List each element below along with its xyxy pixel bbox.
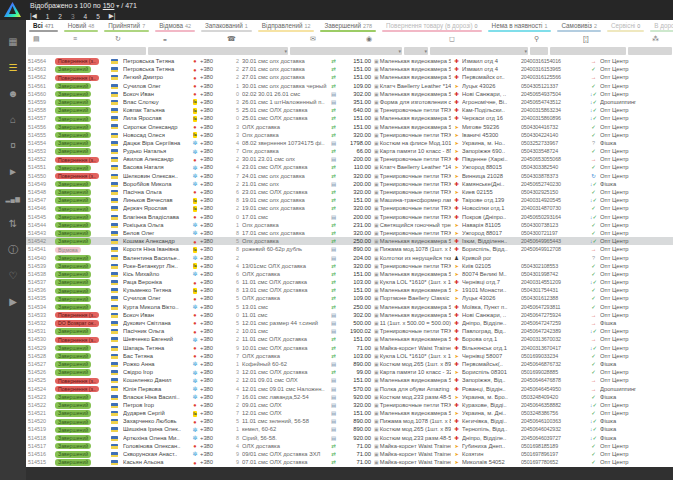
- column-icon-phone-column[interactable]: ☎: [227, 35, 236, 43]
- column-icon-client-column[interactable]: ●●: [163, 35, 166, 42]
- order-row[interactable]: 514539ЗавершенийРоке-Бетанкурт Лін..+380…: [26, 262, 673, 270]
- filter-input-3[interactable]: ▾: [404, 47, 428, 55]
- order-row[interactable]: 514556ЗавершенийСиротюк Олександр+3803ОЛ…: [26, 123, 673, 131]
- order-row[interactable]: 514535ЗавершенийСучилов Олег+3805ОЛХ дос…: [26, 294, 673, 302]
- column-icon-details-column[interactable]: ≡: [73, 35, 77, 42]
- page-button-5[interactable]: 5: [96, 13, 100, 20]
- tab-повернення-товару-в-дорозі-[interactable]: Повернення товару (в дорозі)0: [379, 20, 485, 33]
- sidebar-item-support[interactable]: ♡: [0, 266, 26, 286]
- filter-input-0[interactable]: [28, 47, 146, 55]
- order-row[interactable]: 514528ЗавершенийБас Тетяна+3807ОЛХ доста…: [26, 352, 673, 360]
- order-row[interactable]: 514524Повернення (з..Юлія Первова+380412…: [26, 385, 673, 393]
- order-row[interactable]: 514519ЗавершенийШишкіна Ірина Олек..+380…: [26, 425, 673, 433]
- order-row[interactable]: 514543ЗавершенийБелов Олег+380817.01 смс…: [26, 229, 673, 237]
- order-row[interactable]: 514563ЗавершенийПетровська Тетяна+380227…: [26, 65, 673, 73]
- order-row[interactable]: 514518ЗавершенийАртюхіна Олена Ми..+3808…: [26, 434, 673, 442]
- order-row[interactable]: 514523ЗавершенийВласюк Ніна Василі..+380…: [26, 393, 673, 401]
- order-row[interactable]: 514527ЗавершенийРожко Анна+3801Кофейный …: [26, 360, 673, 368]
- order-row[interactable]: 514525Повернення (з..Кошеленко Данил+380…: [26, 376, 673, 384]
- filter-input-7[interactable]: [628, 47, 672, 55]
- order-row[interactable]: 514516ЗавершенийСкворунская Анаст..+3809…: [26, 450, 673, 458]
- order-row[interactable]: 514526ЗавершенийСвідро Ігор+380312.01 см…: [26, 368, 673, 376]
- order-row[interactable]: 514541ВідмоваКоротя Ніна Іванівна+3808ро…: [26, 245, 673, 253]
- order-row[interactable]: 514557ЗавершенийЛила Ярослав+380025.01 с…: [26, 114, 673, 122]
- order-row[interactable]: 514553ЗавершенийРудько Наталья+3807Олх д…: [26, 147, 673, 155]
- last-page-button[interactable]: ▶|: [109, 12, 116, 20]
- column-icon-payment-column[interactable]: ◉: [366, 35, 372, 43]
- page-button-1[interactable]: 1: [46, 13, 50, 20]
- order-row[interactable]: 514555ЗавершенийНовосад Олеся+3803Олх до…: [26, 131, 673, 139]
- tab-самовивіз[interactable]: Самовивіз2: [554, 20, 603, 33]
- tab-всі[interactable]: Всі471: [26, 20, 61, 33]
- sidebar-item-orders[interactable]: ☰: [0, 58, 26, 78]
- filter-dropdown-caret-icon[interactable]: ▾: [284, 48, 287, 54]
- filter-input-5[interactable]: [530, 47, 548, 55]
- sidebar-item-settings[interactable]: ⇅: [0, 214, 26, 234]
- order-row[interactable]: 514529ЗавершенийШапарь Тетяна+380910.01 …: [26, 344, 673, 352]
- order-row[interactable]: 514546ЗавершенийДеркач Ярослав+380219.01…: [26, 204, 673, 212]
- order-row[interactable]: 514521ЗавершенийДударев Сергій+380712.01…: [26, 409, 673, 417]
- filter-input-4[interactable]: ▾: [430, 47, 528, 55]
- order-row[interactable]: 514551ЗавершенийБасова Наталя+380423.01 …: [26, 163, 673, 171]
- tab-відмова[interactable]: Відмова42: [152, 20, 198, 33]
- order-row[interactable]: 514552Повернення (з..Авилов Александр+38…: [26, 155, 673, 163]
- page-button-2[interactable]: 2: [58, 13, 62, 20]
- order-row[interactable]: 514537ЗавершенийРаца Вероніка+380611.01 …: [26, 278, 673, 286]
- tab-нема-в-наявності[interactable]: Нема в наявності1: [485, 20, 555, 33]
- column-icon-comment-column[interactable]: ✉: [310, 35, 316, 43]
- order-row[interactable]: 514542ЗавершенийКошмак Александр+3805Олх…: [26, 237, 673, 245]
- order-row[interactable]: 514561ЗавершенийСучилов Олег+380130.01 с…: [26, 82, 673, 90]
- per-page-value[interactable]: 150: [103, 2, 115, 9]
- column-icon-status-column[interactable]: ▤: [33, 35, 40, 43]
- filter-input-6[interactable]: [550, 47, 626, 55]
- sidebar-item-marketing[interactable]: ►: [0, 162, 26, 182]
- sidebar-item-company[interactable]: ⌂: [0, 110, 26, 130]
- order-row[interactable]: 514517ЗавершенийГоловінова Олексан..+380…: [26, 442, 673, 450]
- order-row[interactable]: 514532DO Возврат ок..Дукович Світлана+38…: [26, 319, 673, 327]
- sidebar-item-statistics[interactable]: ▂▄▆: [0, 188, 26, 208]
- column-icon-sync-column[interactable]: ↻: [115, 35, 121, 43]
- order-row[interactable]: 514545ЗавершенийБлагінна Владіслава+3800…: [26, 213, 673, 221]
- order-row[interactable]: 514540ЗавершенийВалентина Василье..+3802…: [26, 254, 673, 262]
- order-row[interactable]: 514558ЗавершенийКовпак Татьяна+380525.01…: [26, 106, 673, 114]
- order-row[interactable]: 514554ЗавершенийДацюк Віра Сергіївна+380…: [26, 139, 673, 147]
- tab-новий[interactable]: Новий48: [61, 20, 101, 33]
- order-row[interactable]: 514534ЗавершенийКурта Микола Вікто..+380…: [26, 303, 673, 311]
- per-page-caret-icon[interactable]: ▾: [116, 3, 119, 9]
- filter-dropdown-caret-icon[interactable]: ▾: [398, 48, 401, 54]
- first-page-button[interactable]: |◀: [30, 12, 37, 20]
- filter-dropdown-caret-icon[interactable]: ▾: [524, 48, 527, 54]
- sidebar-item-dashboard[interactable]: ▦: [0, 32, 26, 52]
- column-icon-delivery-column[interactable]: ⚲: [534, 35, 539, 43]
- sidebar-item-video[interactable]: ▶: [0, 292, 26, 312]
- column-icon-ttn-column[interactable]: [¦]: [583, 35, 589, 42]
- column-icon-product-column[interactable]: ◻: [449, 35, 455, 43]
- tab-запакований[interactable]: Запакований1: [198, 20, 255, 33]
- order-row[interactable]: 514560ЗавершенийБокоч Иван+380002.02 30.…: [26, 90, 673, 98]
- order-row[interactable]: 514564Повернення (з..Петровська Тетяна+3…: [26, 57, 673, 65]
- column-icon-site-column[interactable]: ⁂: [652, 35, 659, 43]
- order-row[interactable]: 514550Повернення (з..Шелковин Олексан..+…: [26, 172, 673, 180]
- order-row[interactable]: 514536ЗавершенийКузьменко Тетяна+380813.…: [26, 286, 673, 294]
- order-row[interactable]: 514522ЗавершенийПетров Ігор+380209.01 см…: [26, 401, 673, 409]
- order-row[interactable]: 514549ЗавершенийВоробйов Микола+380221.0…: [26, 180, 673, 188]
- order-row[interactable]: 514515ЗавершенийКасьян Альона+380907.01 …: [26, 458, 673, 466]
- page-button-4[interactable]: 4: [84, 13, 88, 20]
- order-row[interactable]: 514562Повернення (з..Легкий Дмитро+38022…: [26, 73, 673, 81]
- order-row[interactable]: 514559ЗавершенийВлас Слотюу+380326.01 см…: [26, 98, 673, 106]
- sidebar-item-finance[interactable]: ¤: [0, 136, 26, 156]
- order-row[interactable]: 514538ЗавершенийКісь Михайло+3806ОЛХ дос…: [26, 270, 673, 278]
- sidebar-item-info[interactable]: ⓘ: [0, 240, 26, 260]
- order-row[interactable]: 514533Повернення (з..Бокоч Иван+380011.0…: [26, 311, 673, 319]
- tab-прийнятий[interactable]: Прийнятий7: [101, 20, 152, 33]
- filter-dropdown-caret-icon[interactable]: ▾: [424, 48, 427, 54]
- order-row[interactable]: 514544ЗавершенийРокіцька Ольга+3801Олх д…: [26, 221, 673, 229]
- order-row[interactable]: 514548ЗавершенийПасічна Ольга+380623.01 …: [26, 188, 673, 196]
- tab-відправлений[interactable]: Відправлений12: [255, 20, 318, 33]
- filter-input-1[interactable]: ▾: [148, 47, 288, 55]
- tab-сервісні[interactable]: Сервісні0: [604, 20, 647, 33]
- filter-input-2[interactable]: ▾: [290, 47, 402, 55]
- order-row[interactable]: 514547ЗавершенийЛиньков Вячеслав+380819.…: [26, 196, 673, 204]
- order-row[interactable]: 514520ЗавершенийЗахарченко Любовь+380511…: [26, 417, 673, 425]
- order-row[interactable]: 514530Повернення (з..Шевченко Евгений+38…: [26, 335, 673, 343]
